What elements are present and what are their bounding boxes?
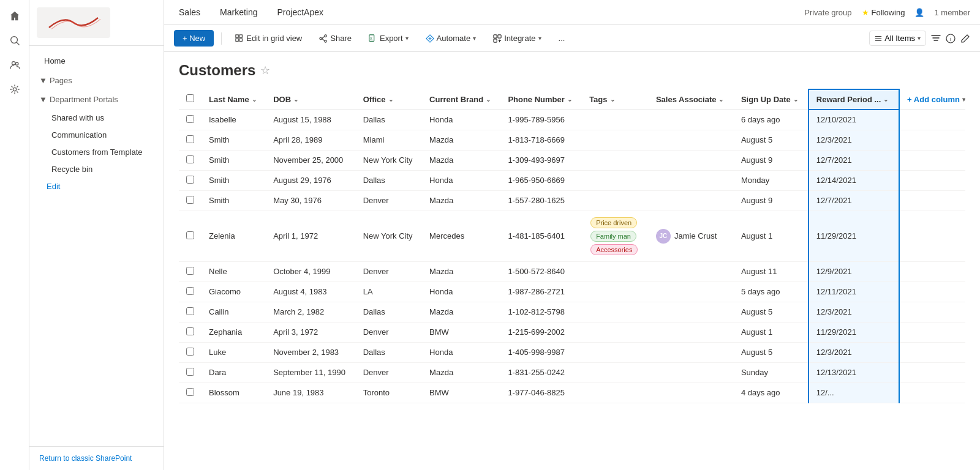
integrate-icon (493, 34, 502, 43)
sidebar-section-pages[interactable]: ▼ Pages (29, 71, 164, 90)
row-checkbox-cell[interactable] (179, 322, 202, 342)
sidebar-return[interactable]: Return to classic SharePoint (29, 446, 164, 470)
sidebar-section-dept-portals[interactable]: ▼ Department Portals (29, 90, 164, 109)
toolbar-right: All Items ▾ i (869, 31, 970, 46)
col-dob[interactable]: DOB ⌄ (266, 89, 356, 110)
row-checkbox[interactable] (186, 231, 194, 239)
col-office[interactable]: Office ⌄ (356, 89, 422, 110)
page-title-star[interactable]: ☆ (260, 64, 270, 77)
export-button[interactable]: X Export ▾ (363, 30, 415, 47)
brand-sort-icon: ⌄ (486, 96, 491, 103)
row-checkbox-cell[interactable] (179, 211, 202, 261)
row-checkbox-cell[interactable] (179, 282, 202, 302)
table-container: Last Name ⌄ DOB ⌄ Office (179, 89, 965, 403)
row-checkbox-cell[interactable] (179, 362, 202, 382)
row-checkbox-cell[interactable] (179, 130, 202, 150)
cell-office: Toronto (356, 382, 422, 403)
col-phone-number[interactable]: Phone Number ⌄ (500, 89, 582, 110)
edit-grid-button[interactable]: Edit in grid view (229, 30, 308, 47)
row-checkbox-cell[interactable] (179, 261, 202, 282)
sidebar-item-communication[interactable]: Communication (34, 127, 159, 143)
cell-sales-associate (649, 342, 734, 362)
nav-search-icon[interactable] (4, 29, 26, 51)
sidebar-item-recycle-bin[interactable]: Recycle bin (34, 161, 159, 177)
cell-tags (582, 302, 649, 322)
cell-add-column (899, 190, 965, 211)
svg-text:X: X (370, 35, 372, 40)
nav-home-icon[interactable] (4, 5, 26, 27)
sidebar-item-customers-template[interactable]: Customers from Template (34, 144, 159, 160)
cell-dob: September 11, 1990 (266, 362, 356, 382)
row-checkbox-cell[interactable] (179, 190, 202, 211)
following-button[interactable]: ★ Following (862, 8, 905, 17)
row-checkbox-cell[interactable] (179, 382, 202, 403)
logo-placeholder (37, 7, 110, 38)
row-checkbox[interactable] (186, 135, 194, 143)
cell-add-column (899, 382, 965, 403)
sidebar-item-edit[interactable]: Edit (29, 178, 164, 195)
col-tags[interactable]: Tags ⌄ (582, 89, 649, 110)
col-current-brand[interactable]: Current Brand ⌄ (422, 89, 500, 110)
row-checkbox[interactable] (186, 307, 194, 315)
automate-button[interactable]: Automate ▾ (420, 30, 483, 47)
row-checkbox[interactable] (186, 115, 194, 123)
edit-icon[interactable] (960, 34, 970, 43)
col-add-column[interactable]: + Add column ▾ (899, 89, 965, 110)
cell-tags: Price drivenFamily manAccessories (582, 211, 649, 261)
row-checkbox[interactable] (186, 348, 194, 356)
col-reward-period[interactable]: Reward Period ... ⌄ (809, 89, 899, 110)
info-icon[interactable]: i (946, 34, 956, 43)
export-chevron-icon: ▾ (405, 35, 409, 42)
cell-phone-number: 1-557-280-1625 (500, 190, 582, 211)
more-button[interactable]: ... (552, 30, 571, 47)
cell-reward-period: 11/29/2021 (809, 322, 899, 342)
nav-marketing[interactable]: Marketing (215, 5, 262, 20)
cell-add-column (899, 362, 965, 382)
svg-point-11 (320, 37, 322, 40)
nav-sales[interactable]: Sales (174, 5, 205, 20)
cell-sign-up-date: 4 days ago (734, 382, 809, 403)
col-check[interactable] (179, 89, 202, 110)
cell-dob: August 29, 1976 (266, 170, 356, 190)
table-row: CailinMarch 2, 1982DallasMazda1-102-812-… (179, 302, 965, 322)
cell-add-column (899, 261, 965, 282)
row-checkbox-cell[interactable] (179, 302, 202, 322)
row-checkbox[interactable] (186, 155, 194, 163)
svg-rect-5 (236, 34, 238, 37)
cell-dob: April 28, 1989 (266, 130, 356, 150)
integrate-button[interactable]: Integrate ▾ (487, 30, 547, 47)
cell-last-name: Zephania (202, 322, 266, 342)
row-checkbox[interactable] (186, 196, 194, 204)
cell-add-column (899, 170, 965, 190)
row-checkbox-cell[interactable] (179, 342, 202, 362)
select-all-checkbox[interactable] (186, 94, 194, 102)
cell-current-brand: Honda (422, 110, 500, 130)
sidebar-item-shared[interactable]: Shared with us (34, 110, 159, 126)
cell-add-column (899, 110, 965, 130)
nav-project-apex[interactable]: ProjectApex (273, 5, 328, 20)
col-sign-up-date[interactable]: Sign Up Date ⌄ (734, 89, 809, 110)
col-last-name[interactable]: Last Name ⌄ (202, 89, 266, 110)
row-checkbox-cell[interactable] (179, 170, 202, 190)
cell-dob: November 25, 2000 (266, 150, 356, 170)
row-checkbox[interactable] (186, 176, 194, 184)
row-checkbox[interactable] (186, 388, 194, 396)
cell-add-column (899, 322, 965, 342)
row-checkbox[interactable] (186, 368, 194, 376)
share-button[interactable]: Share (313, 30, 358, 47)
cell-sales-associate (649, 261, 734, 282)
nav-people-icon[interactable] (4, 54, 26, 76)
customers-table: Last Name ⌄ DOB ⌄ Office (179, 89, 965, 403)
row-checkbox[interactable] (186, 327, 194, 335)
new-button[interactable]: + New (174, 30, 214, 47)
sidebar-item-home[interactable]: Home (34, 51, 159, 70)
row-checkbox[interactable] (186, 287, 194, 295)
row-checkbox-cell[interactable] (179, 110, 202, 130)
row-checkbox-cell[interactable] (179, 150, 202, 170)
row-checkbox[interactable] (186, 267, 194, 275)
cell-sales-associate (649, 170, 734, 190)
all-items-button[interactable]: All Items ▾ (869, 31, 926, 46)
col-sales-associate[interactable]: Sales Associate ⌄ (649, 89, 734, 110)
filter-icon[interactable] (931, 34, 941, 43)
nav-settings-icon[interactable] (4, 78, 26, 100)
